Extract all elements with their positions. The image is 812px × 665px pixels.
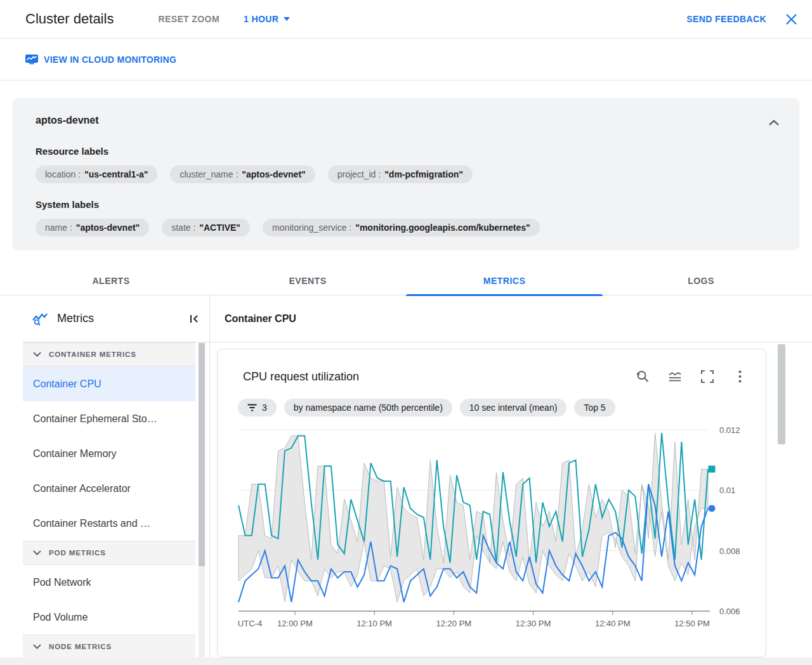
metric-panel-header: Container CPU xyxy=(210,295,812,342)
fullscreen-icon xyxy=(701,370,714,383)
svg-text:0.008: 0.008 xyxy=(719,546,740,556)
zoom-reset-icon xyxy=(636,370,650,384)
metric-panel-title: Container CPU xyxy=(225,313,296,325)
series-end-marker-circle xyxy=(709,505,716,512)
label-chip-location[interactable]: location : "us-central1-a" xyxy=(36,165,157,183)
collapse-panel-icon xyxy=(189,314,199,324)
close-button[interactable] xyxy=(784,12,798,26)
label-chip-monitoring-service[interactable]: monitoring_service : "monitoring.googlea… xyxy=(263,219,540,236)
sidebar-scrollbar-thumb[interactable] xyxy=(199,343,205,566)
sidebar-item-pod-network[interactable]: Pod Network xyxy=(23,565,195,600)
chart-title: CPU request utilization xyxy=(243,370,359,384)
label-chip-name[interactable]: name : "aptos-devnet" xyxy=(36,219,149,236)
svg-text:0.006: 0.006 xyxy=(719,607,740,616)
bottom-edge xyxy=(0,657,812,665)
fullscreen-button[interactable] xyxy=(700,370,714,384)
sidebar-divider xyxy=(209,295,210,657)
resource-labels-row: location : "us-central1-a" cluster_name … xyxy=(36,165,787,183)
chevron-up-icon xyxy=(769,120,779,126)
sidebar-item-container-cpu[interactable]: Container CPU xyxy=(23,366,195,401)
groupby-chip[interactable]: by namespace name (50th percentile) xyxy=(284,399,452,416)
section-node-metrics[interactable]: NODE METRICS xyxy=(23,635,195,659)
legend-toggle-button[interactable] xyxy=(668,370,682,384)
chevron-down-icon xyxy=(33,352,41,357)
cluster-name: aptos-devnet xyxy=(36,115,99,126)
metrics-sidebar-list: CONTAINER METRICS Container CPU Containe… xyxy=(23,342,195,659)
section-container-metrics[interactable]: CONTAINER METRICS xyxy=(23,342,195,366)
dialog-header: Cluster details RESET ZOOM 1 HOUR SEND F… xyxy=(0,0,812,39)
chart-card: CPU request utilization xyxy=(217,349,766,657)
metrics-sidebar-header: Metrics xyxy=(23,295,209,342)
main-scrollbar-thumb[interactable] xyxy=(778,344,785,444)
label-chip-project-id[interactable]: project_id : "dm-pcfmigration" xyxy=(328,165,473,183)
reset-zoom-button[interactable]: RESET ZOOM xyxy=(158,14,219,24)
svg-text:0.012: 0.012 xyxy=(719,425,740,435)
sidebar-item-container-restarts[interactable]: Container Restarts and … xyxy=(23,506,195,541)
svg-text:0.01: 0.01 xyxy=(719,486,735,495)
more-options-button[interactable] xyxy=(733,370,747,384)
series-end-marker-square xyxy=(709,465,716,472)
tab-alerts[interactable]: ALERTS xyxy=(13,266,209,295)
system-labels-heading: System labels xyxy=(36,199,787,210)
tab-metrics[interactable]: METRICS xyxy=(406,266,603,295)
cpu-chart[interactable]: 0.0060.0080.010.01212:00 PM12:10 PM12:20… xyxy=(218,419,767,638)
label-chip-state[interactable]: state : "ACTIVE" xyxy=(162,219,250,236)
time-range-value: 1 HOUR xyxy=(244,14,278,24)
monitoring-chart-icon xyxy=(25,55,38,65)
top5-chip[interactable]: Top 5 xyxy=(574,399,615,416)
svg-text:12:20 PM: 12:20 PM xyxy=(436,619,471,628)
svg-text:12:40 PM: 12:40 PM xyxy=(595,619,631,628)
metrics-explorer-icon xyxy=(32,311,48,326)
chart-chips-row: 3 by namespace name (50th percentile) 10… xyxy=(238,399,615,416)
system-labels-row: name : "aptos-devnet" state : "ACTIVE" m… xyxy=(36,219,787,236)
monitoring-link-label: VIEW IN CLOUD MONITORING xyxy=(44,55,176,65)
label-chip-cluster-name[interactable]: cluster_name : "aptos-devnet" xyxy=(170,165,315,183)
svg-text:12:10 PM: 12:10 PM xyxy=(357,619,392,628)
sidebar-item-container-memory[interactable]: Container Memory xyxy=(23,436,195,471)
collapse-sidebar-button[interactable] xyxy=(189,314,199,324)
chart-toolbar xyxy=(636,370,747,384)
close-icon xyxy=(786,14,797,25)
chevron-down-icon xyxy=(33,644,41,649)
sidebar-item-container-ephemeral-storage[interactable]: Container Ephemeral Sto… xyxy=(23,401,195,436)
section-pod-metrics[interactable]: POD METRICS xyxy=(23,541,195,565)
svg-text:12:50 PM: 12:50 PM xyxy=(674,619,710,628)
subheader-bar: VIEW IN CLOUD MONITORING xyxy=(0,39,812,81)
page-title: Cluster details xyxy=(25,11,114,27)
sidebar-item-pod-volume[interactable]: Pod Volume xyxy=(23,600,195,635)
view-in-cloud-monitoring-link[interactable]: VIEW IN CLOUD MONITORING xyxy=(25,55,176,65)
tab-bar: ALERTS EVENTS METRICS LOGS xyxy=(13,266,799,295)
more-vert-icon xyxy=(738,370,742,383)
caret-down-icon xyxy=(284,17,290,21)
svg-text:12:30 PM: 12:30 PM xyxy=(516,619,551,628)
interval-chip[interactable]: 10 sec interval (mean) xyxy=(460,399,567,416)
svg-text:12:00 PM: 12:00 PM xyxy=(277,619,313,628)
sidebar-title: Metrics xyxy=(57,312,94,325)
legend-toggle-icon xyxy=(668,370,682,383)
chevron-down-icon xyxy=(33,550,41,555)
sidebar-item-container-accelerator[interactable]: Container Accelerator xyxy=(23,471,195,506)
filter-icon xyxy=(247,404,257,411)
svg-text:UTC-4: UTC-4 xyxy=(238,619,262,628)
time-range-dropdown[interactable]: 1 HOUR xyxy=(244,14,290,24)
send-feedback-button[interactable]: SEND FEEDBACK xyxy=(686,14,766,24)
zoom-reset-button[interactable] xyxy=(636,370,650,384)
tab-events[interactable]: EVENTS xyxy=(209,266,406,295)
resource-labels-heading: Resource labels xyxy=(36,146,787,157)
filter-chip[interactable]: 3 xyxy=(238,399,277,416)
tab-logs[interactable]: LOGS xyxy=(603,266,799,295)
panel-collapse-button[interactable] xyxy=(766,115,782,130)
cluster-labels-panel: aptos-devnet Resource labels location : … xyxy=(13,98,799,250)
